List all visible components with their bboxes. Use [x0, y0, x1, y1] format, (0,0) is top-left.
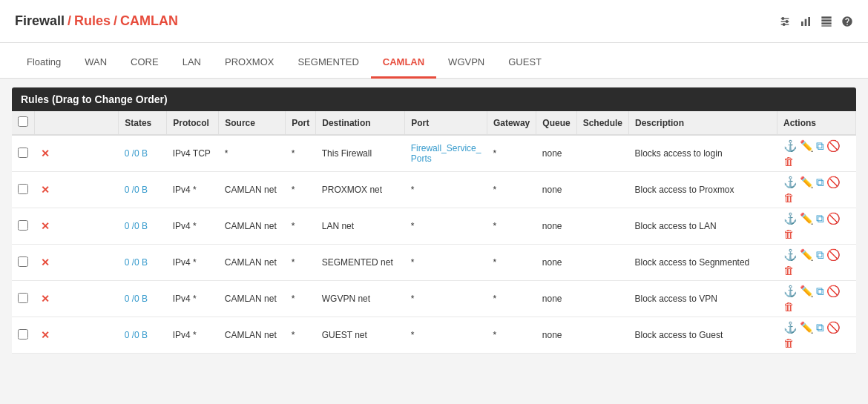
table-row: ✕ 0 /0 B IPv4 * CAMLAN net * GUEST net *… — [12, 317, 856, 354]
table-icon[interactable] — [821, 13, 832, 29]
row-sport: * — [286, 281, 316, 317]
breadcrumb-sep1: / — [68, 13, 71, 29]
row-checkbox-cell — [12, 208, 35, 245]
delete-icon[interactable]: 🗑 — [783, 337, 795, 349]
breadcrumb-camlan[interactable]: CAMLAN — [120, 13, 178, 29]
disabled-icon[interactable]: ✕ — [41, 329, 50, 341]
row-dport: * — [405, 172, 487, 208]
anchor-icon[interactable]: ⚓ — [783, 321, 798, 334]
tab-segmented[interactable]: SEGMENTED — [286, 47, 370, 79]
anchor-icon[interactable]: ⚓ — [783, 176, 798, 189]
disabled-icon[interactable]: ✕ — [41, 220, 50, 232]
tab-wan[interactable]: WAN — [73, 47, 119, 79]
tab-core[interactable]: CORE — [119, 47, 171, 79]
disable-icon[interactable]: 🚫 — [826, 248, 841, 262]
delete-icon[interactable]: 🗑 — [783, 228, 795, 240]
breadcrumb: Firewall / Rules / CAMLAN — [15, 13, 178, 29]
row-destination: GUEST net — [316, 317, 405, 354]
row-destination: SEGMENTED net — [316, 245, 405, 281]
tab-proxmox[interactable]: PROXMOX — [213, 47, 286, 79]
delete-icon[interactable]: 🗑 — [783, 191, 795, 204]
anchor-icon[interactable]: ⚓ — [783, 139, 798, 153]
table-row: ✕ 0 /0 B IPv4 TCP * * This Firewall Fire… — [12, 135, 856, 172]
delete-icon[interactable]: 🗑 — [783, 264, 795, 276]
bar-chart-icon[interactable] — [800, 13, 812, 29]
row-checkbox[interactable] — [18, 293, 28, 303]
copy-icon[interactable]: ⧉ — [816, 285, 824, 298]
disabled-icon[interactable]: ✕ — [41, 293, 50, 305]
row-destination: WGVPN net — [316, 281, 405, 317]
anchor-icon[interactable]: ⚓ — [783, 248, 798, 262]
delete-icon[interactable]: 🗑 — [783, 155, 795, 168]
service-ports-link[interactable]: Firewall_Service_Ports — [411, 143, 481, 164]
row-checkbox-cell — [12, 317, 35, 354]
tab-guest[interactable]: GUEST — [496, 47, 553, 79]
tab-wgvpn[interactable]: WGVPN — [436, 47, 496, 79]
disabled-icon[interactable]: ✕ — [41, 256, 50, 268]
question-icon[interactable] — [841, 13, 853, 29]
sliders-icon[interactable] — [779, 13, 791, 29]
copy-icon[interactable]: ⧉ — [816, 321, 824, 334]
disable-icon[interactable]: 🚫 — [826, 285, 841, 298]
delete-icon[interactable]: 🗑 — [783, 300, 795, 313]
anchor-icon[interactable]: ⚓ — [783, 285, 798, 298]
svg-rect-8 — [808, 17, 810, 26]
anchor-icon[interactable]: ⚓ — [783, 212, 798, 225]
copy-icon[interactable]: ⧉ — [816, 139, 824, 153]
tab-lan[interactable]: LAN — [171, 47, 213, 79]
stats-link[interactable]: 0 /0 B — [125, 185, 148, 195]
disable-icon[interactable]: 🚫 — [826, 176, 841, 189]
th-description: Description — [629, 111, 777, 135]
row-checkbox[interactable] — [18, 184, 28, 194]
copy-icon[interactable]: ⧉ — [816, 176, 824, 189]
row-destination: PROXMOX net — [316, 172, 405, 208]
row-checkbox[interactable] — [18, 220, 28, 231]
disable-icon[interactable]: 🚫 — [826, 321, 841, 334]
disabled-icon[interactable]: ✕ — [41, 184, 50, 196]
row-schedule — [576, 172, 628, 208]
row-enabled-cell: ✕ — [35, 245, 119, 281]
tab-floating[interactable]: Floating — [15, 47, 73, 79]
stats-link[interactable]: 0 /0 B — [125, 294, 148, 304]
stats-link[interactable]: 0 /0 B — [125, 148, 148, 159]
row-checkbox[interactable] — [18, 148, 28, 158]
row-enabled-cell: ✕ — [35, 281, 119, 317]
breadcrumb-rules[interactable]: Rules — [74, 13, 111, 29]
edit-icon[interactable]: ✏️ — [800, 139, 814, 153]
disable-icon[interactable]: 🚫 — [826, 139, 841, 153]
row-source: CAMLAN net — [219, 317, 286, 354]
action-icons: ⚓ ✏️ ⧉ 🚫 🗑 — [783, 139, 850, 168]
select-all-checkbox[interactable] — [18, 116, 28, 127]
edit-icon[interactable]: ✏️ — [800, 285, 814, 298]
disabled-icon[interactable]: ✕ — [41, 148, 50, 159]
row-checkbox[interactable] — [18, 256, 28, 267]
edit-icon[interactable]: ✏️ — [800, 176, 814, 189]
row-enabled-cell: ✕ — [35, 172, 119, 208]
th-checkbox — [12, 111, 35, 135]
row-states: 0 /0 B — [119, 317, 167, 354]
stats-link[interactable]: 0 /0 B — [125, 330, 148, 340]
stats-link[interactable]: 0 /0 B — [125, 221, 148, 231]
row-checkbox[interactable] — [18, 329, 28, 340]
copy-icon[interactable]: ⧉ — [816, 212, 824, 225]
row-source: CAMLAN net — [219, 245, 286, 281]
row-description: Block access to Proxmox — [629, 172, 777, 208]
row-gateway: * — [487, 135, 536, 172]
row-states: 0 /0 B — [119, 281, 167, 317]
row-queue: none — [536, 245, 576, 281]
edit-icon[interactable]: ✏️ — [800, 248, 814, 262]
tab-camlan[interactable]: CAMLAN — [371, 47, 436, 79]
copy-icon[interactable]: ⧉ — [816, 248, 824, 262]
row-gateway: * — [487, 281, 536, 317]
row-checkbox-cell — [12, 281, 35, 317]
edit-icon[interactable]: ✏️ — [800, 212, 814, 225]
row-gateway: * — [487, 317, 536, 354]
svg-rect-11 — [821, 23, 831, 25]
edit-icon[interactable]: ✏️ — [800, 321, 814, 334]
row-sport: * — [286, 245, 316, 281]
rules-section-header: Rules (Drag to Change Order) — [12, 87, 856, 111]
disable-icon[interactable]: 🚫 — [826, 212, 841, 225]
row-enabled-cell: ✕ — [35, 208, 119, 245]
stats-link[interactable]: 0 /0 B — [125, 257, 148, 268]
row-dport: * — [405, 281, 487, 317]
